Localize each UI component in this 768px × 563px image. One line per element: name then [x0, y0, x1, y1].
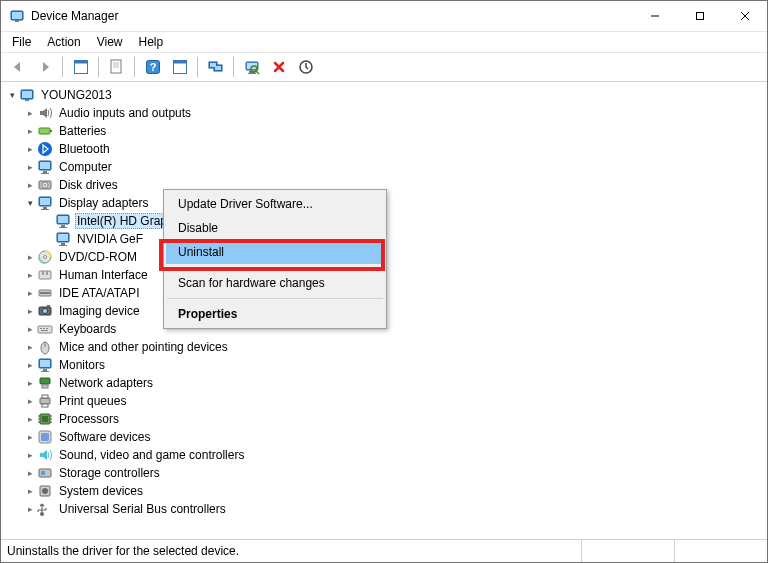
hid-icon — [37, 267, 53, 283]
node-label: Display adapters — [57, 196, 150, 210]
node-label: NVIDIA GeF — [75, 232, 145, 246]
ctx-uninstall[interactable]: Uninstall — [166, 240, 384, 264]
menu-help[interactable]: Help — [132, 34, 171, 50]
show-hide-tree-button[interactable] — [68, 55, 93, 80]
minimize-button[interactable] — [632, 1, 677, 31]
expand-icon[interactable]: ▸ — [23, 468, 37, 478]
category-software[interactable]: ▸Software devices — [19, 428, 767, 446]
update-button[interactable] — [293, 55, 318, 80]
expand-icon[interactable]: ▸ — [23, 270, 37, 280]
expand-icon[interactable]: ▸ — [23, 342, 37, 352]
device-nvidia[interactable]: NVIDIA GeF — [37, 230, 767, 248]
action-button[interactable] — [167, 55, 192, 80]
status-cell — [675, 540, 767, 562]
category-mice[interactable]: ▸Mice and other pointing devices — [19, 338, 767, 356]
forward-button[interactable] — [32, 55, 57, 80]
ctx-separator — [167, 267, 383, 268]
expand-icon[interactable]: ▸ — [23, 288, 37, 298]
display-icon — [55, 231, 71, 247]
device-intel-hd[interactable]: Intel(R) HD Graphics 4600 — [37, 212, 767, 230]
back-button[interactable] — [5, 55, 30, 80]
expand-icon[interactable]: ▸ — [23, 306, 37, 316]
sound-icon — [37, 447, 53, 463]
category-print[interactable]: ▸Print queues — [19, 392, 767, 410]
category-imaging[interactable]: ▸Imaging device — [19, 302, 767, 320]
category-computer[interactable]: ▸Computer — [19, 158, 767, 176]
expand-icon[interactable]: ▸ — [23, 378, 37, 388]
collapse-icon[interactable]: ▾ — [23, 198, 37, 208]
expand-icon[interactable]: ▸ — [23, 360, 37, 370]
update-driver-button[interactable] — [203, 55, 228, 80]
properties-button[interactable] — [104, 55, 129, 80]
maximize-button[interactable] — [677, 1, 722, 31]
category-system[interactable]: ▸System devices — [19, 482, 767, 500]
computer-icon — [19, 87, 35, 103]
expand-icon[interactable]: ▸ — [23, 486, 37, 496]
status-cell — [582, 540, 675, 562]
node-label: Print queues — [57, 394, 128, 408]
display-icon — [55, 213, 71, 229]
software-icon — [37, 429, 53, 445]
menu-view[interactable]: View — [90, 34, 130, 50]
expand-icon[interactable]: ▸ — [23, 180, 37, 190]
ctx-separator — [167, 298, 383, 299]
uninstall-button[interactable] — [266, 55, 291, 80]
category-display[interactable]: ▾Display adapters — [19, 194, 767, 212]
root-node[interactable]: ▾YOUNG2013 — [1, 86, 767, 104]
device-manager-window: Device Manager File Action View Help ▾YO… — [0, 0, 768, 563]
category-processors[interactable]: ▸Processors — [19, 410, 767, 428]
network-icon — [37, 375, 53, 391]
statusbar: Uninstalls the driver for the selected d… — [1, 539, 767, 562]
node-label: Human Interface — [57, 268, 150, 282]
category-sound[interactable]: ▸Sound, video and game controllers — [19, 446, 767, 464]
scan-hardware-button[interactable] — [239, 55, 264, 80]
category-hid[interactable]: ▸Human Interface — [19, 266, 767, 284]
display-icon — [37, 195, 53, 211]
node-label: Audio inputs and outputs — [57, 106, 193, 120]
category-ide[interactable]: ▸IDE ATA/ATAPI — [19, 284, 767, 302]
expand-icon[interactable]: ▸ — [23, 450, 37, 460]
expand-icon[interactable]: ▾ — [5, 90, 19, 100]
category-network[interactable]: ▸Network adapters — [19, 374, 767, 392]
expand-icon[interactable]: ▸ — [23, 108, 37, 118]
expand-icon[interactable]: ▸ — [23, 324, 37, 334]
disk-icon — [37, 177, 53, 193]
node-label: Imaging device — [57, 304, 142, 318]
ctx-scan[interactable]: Scan for hardware changes — [166, 271, 384, 295]
category-audio[interactable]: ▸Audio inputs and outputs — [19, 104, 767, 122]
cpu-icon — [37, 411, 53, 427]
menu-file[interactable]: File — [5, 34, 38, 50]
category-keyboards[interactable]: ▸Keyboards — [19, 320, 767, 338]
category-bluetooth[interactable]: ▸Bluetooth — [19, 140, 767, 158]
help-button[interactable] — [140, 55, 165, 80]
expand-icon[interactable]: ▸ — [23, 414, 37, 424]
node-label: Sound, video and game controllers — [57, 448, 246, 462]
category-disk[interactable]: ▸Disk drives — [19, 176, 767, 194]
expand-icon[interactable]: ▸ — [23, 432, 37, 442]
category-usb[interactable]: ▸Universal Serial Bus controllers — [19, 500, 767, 518]
ide-icon — [37, 285, 53, 301]
node-label: Software devices — [57, 430, 152, 444]
ctx-update-driver[interactable]: Update Driver Software... — [166, 192, 384, 216]
node-label: YOUNG2013 — [39, 88, 114, 102]
expand-icon[interactable]: ▸ — [23, 162, 37, 172]
node-label: Computer — [57, 160, 114, 174]
expand-icon[interactable]: ▸ — [23, 396, 37, 406]
ctx-disable[interactable]: Disable — [166, 216, 384, 240]
toolbar — [1, 53, 767, 82]
category-monitors[interactable]: ▸Monitors — [19, 356, 767, 374]
node-label: Batteries — [57, 124, 108, 138]
expand-icon[interactable]: ▸ — [23, 504, 37, 514]
category-dvd[interactable]: ▸DVD/CD-ROM — [19, 248, 767, 266]
menu-action[interactable]: Action — [40, 34, 87, 50]
expand-icon[interactable]: ▸ — [23, 144, 37, 154]
ctx-properties[interactable]: Properties — [166, 302, 384, 326]
expand-icon[interactable]: ▸ — [23, 252, 37, 262]
bluetooth-icon — [37, 141, 53, 157]
close-button[interactable] — [722, 1, 767, 31]
expand-icon[interactable]: ▸ — [23, 126, 37, 136]
status-text: Uninstalls the driver for the selected d… — [1, 540, 582, 562]
category-batteries[interactable]: ▸Batteries — [19, 122, 767, 140]
titlebar: Device Manager — [1, 1, 767, 32]
category-storage[interactable]: ▸Storage controllers — [19, 464, 767, 482]
